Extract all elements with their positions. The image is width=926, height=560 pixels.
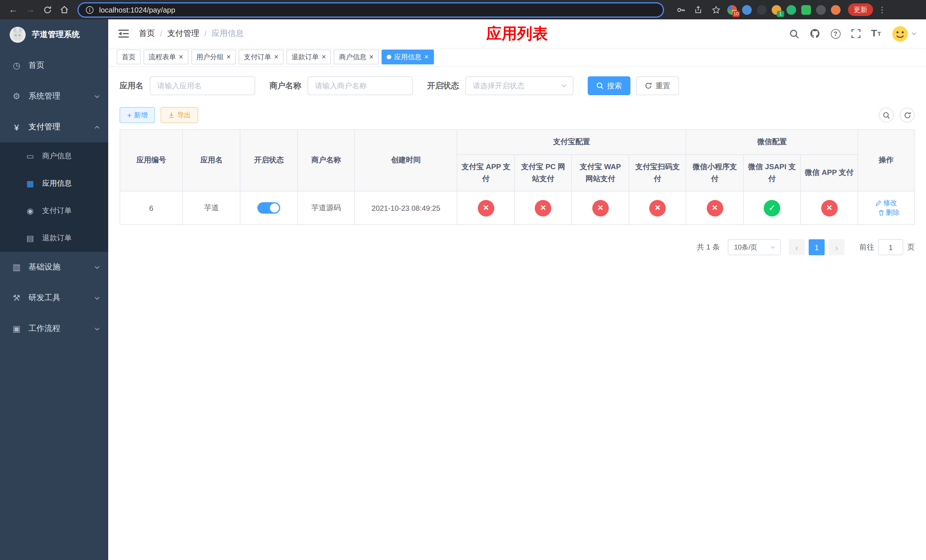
app-title: 芋道管理系统 <box>32 30 80 40</box>
export-button[interactable]: 导出 <box>160 107 198 123</box>
reset-button[interactable]: 重置 <box>636 76 679 95</box>
cell-app-id: 6 <box>120 191 183 225</box>
cell-alipay-wap <box>572 191 629 225</box>
pagination: 共 1 条 10条/页 ‹ 1 › 前往 页 <box>120 239 915 256</box>
tab-close-icon[interactable] <box>179 53 183 61</box>
add-button[interactable]: 新增 <box>120 107 155 123</box>
sidebar-item-app-info[interactable]: ▦ 应用信息 <box>0 170 108 197</box>
workflow-icon: ▣ <box>11 324 22 334</box>
toolbox-icon: ⚒ <box>11 293 22 303</box>
prev-page-button[interactable]: ‹ <box>789 239 805 256</box>
next-page-button[interactable]: › <box>829 239 844 256</box>
help-icon[interactable] <box>831 29 840 38</box>
browser-home-button[interactable] <box>57 2 72 17</box>
sidebar-item-system[interactable]: ⚙ 系统管理 <box>0 81 108 112</box>
refresh-table-icon[interactable] <box>900 107 915 123</box>
order-circle-icon: ◉ <box>25 206 35 215</box>
tab-label: 退款订单 <box>292 52 319 62</box>
extension-pin-icon[interactable] <box>816 5 826 15</box>
search-form: 应用名 商户名称 开启状态 请选择开启状态 <box>120 76 915 95</box>
sidebar-toggle-icon[interactable] <box>117 27 130 40</box>
tab-merchant-info[interactable]: 商户信息 <box>334 50 379 64</box>
breadcrumb-payment[interactable]: 支付管理 <box>168 29 199 39</box>
toggle-search-icon[interactable] <box>879 107 894 123</box>
sidebar-item-merchant-info[interactable]: ▭ 商户信息 <box>0 142 108 170</box>
extension-blue-icon[interactable] <box>742 5 752 15</box>
extension-green-icon[interactable] <box>787 5 796 15</box>
search-button-label: 搜索 <box>607 80 622 91</box>
tab-close-icon[interactable] <box>424 53 428 61</box>
delete-link[interactable]: 删除 <box>878 208 900 218</box>
sidebar-item-label: 应用信息 <box>42 178 72 189</box>
tab-home[interactable]: 首页 <box>117 50 141 64</box>
cell-status <box>240 191 298 225</box>
sidebar-item-workflow[interactable]: ▣ 工作流程 <box>0 313 108 344</box>
browser-menu-kebab-icon[interactable]: ⋮ <box>878 5 886 14</box>
browser-refresh-button[interactable] <box>40 2 54 17</box>
tab-process-form[interactable]: 流程表单 <box>144 50 188 64</box>
status-toggle[interactable] <box>258 203 280 214</box>
screen: ← → localhost:1024/pay/app 10 <box>0 0 926 560</box>
col-header-wechat-jsapi: 微信 JSAPI 支付 <box>743 155 800 191</box>
browser-back-button[interactable]: ← <box>6 2 21 17</box>
page-size-select[interactable]: 10条/页 <box>728 239 781 256</box>
col-header-alipay-qr: 支付宝扫码支付 <box>629 155 686 191</box>
address-bar[interactable]: localhost:1024/pay/app <box>77 2 664 17</box>
extension-avatar-icon[interactable]: 1 <box>772 5 781 15</box>
fullscreen-icon[interactable] <box>851 29 860 38</box>
font-size-icon[interactable] <box>871 28 881 39</box>
breadcrumb-separator: / <box>204 29 207 38</box>
share-icon[interactable] <box>692 2 705 17</box>
extension-devtools-icon[interactable]: 10 <box>727 5 737 15</box>
extension-wechat-icon[interactable] <box>801 5 811 15</box>
page-1-button[interactable]: 1 <box>809 239 825 256</box>
browser-forward-button[interactable]: → <box>23 2 38 17</box>
extension-face-icon[interactable] <box>831 5 841 15</box>
app-name-input[interactable] <box>150 76 255 95</box>
tab-refund-order[interactable]: 退款订单 <box>286 50 331 64</box>
toolbar-right-icons <box>873 107 915 123</box>
sidebar-item-infrastructure[interactable]: ▥ 基础设施 <box>0 252 108 283</box>
browser-update-button[interactable]: 更新 <box>848 3 873 16</box>
sidebar-item-payment[interactable]: ¥ 支付管理 <box>0 112 108 142</box>
tab-app-info[interactable]: 应用信息 <box>381 50 434 64</box>
sidebar-item-refund-order[interactable]: ▤ 退款订单 <box>0 224 108 252</box>
search-icon <box>596 82 604 89</box>
tab-user-group[interactable]: 用户分组 <box>191 50 236 64</box>
col-header-alipay-pc: 支付宝 PC 网站支付 <box>515 155 572 191</box>
sidebar-item-dev-tools[interactable]: ⚒ 研发工具 <box>0 283 108 313</box>
merchant-name-input[interactable] <box>307 76 413 95</box>
goto-label: 前往 <box>859 242 874 253</box>
bookmark-star-icon[interactable] <box>710 2 722 17</box>
sidebar-item-home[interactable]: ◷ 首页 <box>0 50 108 81</box>
cell-merchant-name: 芋道源码 <box>298 191 355 225</box>
breadcrumb: 首页 / 支付管理 / 应用信息 <box>139 29 244 39</box>
extension-dark-icon[interactable] <box>757 5 767 15</box>
status-select[interactable]: 请选择开启状态 <box>465 76 573 95</box>
page-unit-label: 页 <box>907 242 915 253</box>
tab-close-icon[interactable] <box>322 53 326 61</box>
breadcrumb-current: 应用信息 <box>212 29 244 39</box>
tab-label: 首页 <box>122 52 136 62</box>
app-name-form-item: 应用名 <box>120 76 255 95</box>
cell-create-time: 2021-10-23 08:49:25 <box>354 191 457 225</box>
tab-close-icon[interactable] <box>274 53 278 61</box>
sidebar-item-pay-order[interactable]: ◉ 支付订单 <box>0 197 108 224</box>
cell-wechat-app <box>800 191 858 225</box>
password-key-icon[interactable] <box>674 2 687 17</box>
extension-badge: 1 <box>777 11 784 17</box>
user-menu[interactable] <box>892 25 917 42</box>
goto-page-input[interactable] <box>878 239 903 256</box>
breadcrumb-home[interactable]: 首页 <box>139 29 155 39</box>
github-icon[interactable] <box>809 29 820 39</box>
search-icon[interactable] <box>789 29 799 38</box>
search-button[interactable]: 搜索 <box>588 76 631 95</box>
alipay-app-status-icon <box>478 200 494 216</box>
tab-close-icon[interactable] <box>226 53 231 61</box>
chevron-down-icon <box>561 83 567 89</box>
tab-pay-order[interactable]: 支付订单 <box>239 50 283 64</box>
site-info-icon[interactable] <box>85 5 94 14</box>
sidebar-item-label: 基础设施 <box>29 262 61 272</box>
tab-close-icon[interactable] <box>369 53 374 61</box>
edit-link[interactable]: 修改 <box>875 198 897 208</box>
